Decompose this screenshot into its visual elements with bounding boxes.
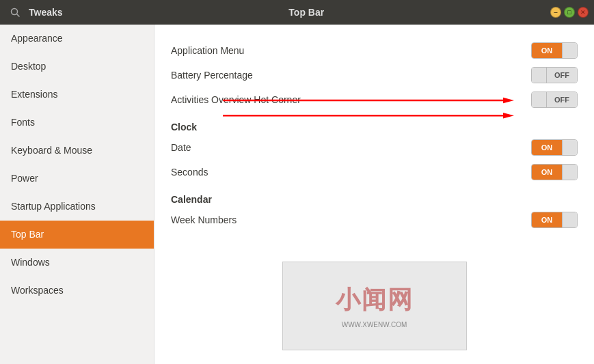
setting-row: Activities Overview Hot CornerOFF: [171, 87, 578, 112]
setting-row: Week NumbersON: [171, 208, 578, 232]
close-button[interactable]: ✕: [578, 7, 589, 18]
titlebar: Tweaks Top Bar – □ ✕: [0, 0, 594, 25]
setting-row: Application MenuON: [171, 38, 578, 63]
content-area: 小闻网 WWW.XWENW.COM Application MenuONBatt…: [154, 25, 594, 364]
toggle-thumb-left: [532, 68, 547, 83]
sidebar-item-workspaces[interactable]: Workspaces: [0, 277, 154, 305]
app-name: Tweaks: [29, 7, 63, 18]
toggle-thumb: [562, 212, 577, 227]
watermark-text: 小闻网: [336, 283, 414, 317]
sidebar-item-appearance[interactable]: Appearance: [0, 25, 154, 53]
setting-label: Application Menu: [171, 45, 244, 56]
toggle-on-label: ON: [532, 165, 562, 180]
window-controls: – □ ✕: [550, 7, 589, 18]
main-layout: AppearanceDesktopExtensionsFontsKeyboard…: [0, 25, 594, 364]
setting-row: Battery PercentageOFF: [171, 63, 578, 87]
toggle-thumb: [562, 43, 577, 58]
setting-label: Date: [171, 142, 191, 153]
sidebar-item-windows[interactable]: Windows: [0, 249, 154, 277]
setting-label: Battery Percentage: [171, 70, 253, 81]
setting-label: Seconds: [171, 167, 208, 178]
toggle-on-label: ON: [532, 43, 562, 58]
setting-label: Activities Overview Hot Corner: [171, 94, 301, 105]
maximize-button[interactable]: □: [564, 7, 575, 18]
watermark-url: WWW.XWENW.COM: [342, 321, 407, 328]
sidebar-item-startup-applications[interactable]: Startup Applications: [0, 193, 154, 221]
toggle-week-numbers[interactable]: ON: [531, 212, 578, 228]
toggle-thumb: [562, 140, 577, 155]
sidebar-item-extensions[interactable]: Extensions: [0, 81, 154, 109]
sidebar-item-top-bar[interactable]: Top Bar: [0, 221, 154, 249]
toggle-off-label: OFF: [547, 92, 577, 107]
toggle-date[interactable]: ON: [531, 139, 578, 156]
sidebar-item-desktop[interactable]: Desktop: [0, 53, 154, 81]
sidebar-item-power[interactable]: Power: [0, 165, 154, 193]
search-icon[interactable]: [5, 3, 25, 22]
setting-row: DateON: [171, 135, 578, 160]
watermark: 小闻网 WWW.XWENW.COM: [282, 262, 467, 350]
toggle-on-label: ON: [532, 140, 562, 155]
sidebar-item-keyboard-mouse[interactable]: Keyboard & Mouse: [0, 137, 154, 165]
toggle-off-label: OFF: [547, 68, 577, 83]
minimize-button[interactable]: –: [550, 7, 561, 18]
toggle-activities-overview-hot-corner[interactable]: OFF: [531, 92, 578, 108]
toggle-thumb: [562, 165, 577, 180]
window-title: Top Bar: [63, 7, 550, 18]
section-heading-clock: Clock: [171, 122, 578, 132]
toggle-on-label: ON: [532, 212, 562, 227]
toggle-thumb-left: [532, 92, 547, 107]
sidebar: AppearanceDesktopExtensionsFontsKeyboard…: [0, 25, 154, 364]
toggle-battery-percentage[interactable]: OFF: [531, 67, 578, 83]
sidebar-item-fonts[interactable]: Fonts: [0, 109, 154, 137]
setting-row: SecondsON: [171, 160, 578, 184]
svg-line-1: [17, 14, 20, 17]
section-heading-calendar: Calendar: [171, 194, 578, 205]
setting-label: Week Numbers: [171, 214, 237, 225]
toggle-application-menu[interactable]: ON: [531, 42, 578, 59]
toggle-seconds[interactable]: ON: [531, 164, 578, 180]
